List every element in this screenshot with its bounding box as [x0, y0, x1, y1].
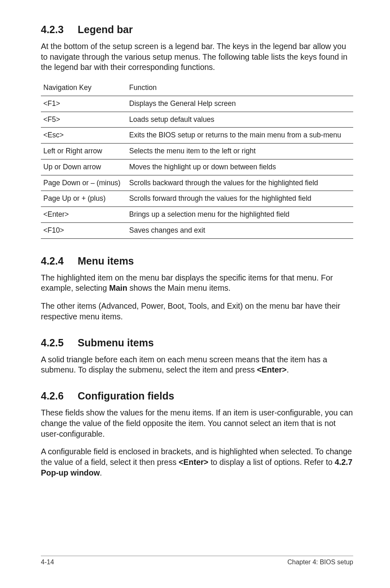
- heading-title: Menu items: [78, 255, 134, 267]
- cell-key: Page Up or + (plus): [41, 191, 127, 207]
- heading-title: Legend bar: [78, 24, 133, 36]
- cell-fn: Brings up a selection menu for the highl…: [127, 207, 353, 223]
- heading-4-2-3: 4.2.3 Legend bar: [41, 24, 353, 36]
- cell-fn: Scrolls forward through the values for t…: [127, 191, 353, 207]
- cell-fn: Exits the BIOS setup or returns to the m…: [127, 128, 353, 144]
- bold-enter: <Enter>: [179, 458, 208, 467]
- table-row: <F1>Displays the General Help screen: [41, 96, 353, 112]
- table-row: <Enter>Brings up a selection menu for th…: [41, 207, 353, 223]
- cell-fn: Displays the General Help screen: [127, 96, 353, 112]
- bold-main: Main: [109, 283, 127, 292]
- cell-fn: Saves changes and exit: [127, 222, 353, 238]
- cell-key: <Enter>: [41, 207, 127, 223]
- cell-key: Left or Right arrow: [41, 144, 127, 159]
- table-row: Left or Right arrowSelects the menu item…: [41, 144, 353, 159]
- menu-items-p1: The highlighted item on the menu bar dis…: [41, 273, 353, 294]
- heading-number: 4.2.5: [41, 337, 78, 349]
- col-header-key: Navigation Key: [41, 80, 127, 96]
- table-header-row: Navigation Key Function: [41, 80, 353, 96]
- cell-fn: Moves the highlight up or down between f…: [127, 159, 353, 175]
- cell-key: <F10>: [41, 222, 127, 238]
- table-row: <F10>Saves changes and exit: [41, 222, 353, 238]
- cell-key: <F5>: [41, 112, 127, 128]
- legend-bar-table: Navigation Key Function <F1>Displays the…: [41, 80, 353, 239]
- cell-key: Up or Down arrow: [41, 159, 127, 175]
- page-number: 4-14: [41, 559, 54, 566]
- table-row: Page Down or – (minus)Scrolls backward t…: [41, 175, 353, 191]
- heading-4-2-5: 4.2.5 Submenu items: [41, 337, 353, 349]
- chapter-label: Chapter 4: BIOS setup: [287, 559, 353, 566]
- cell-fn: Selects the menu item to the left or rig…: [127, 144, 353, 159]
- section-menu-items: 4.2.4 Menu items The highlighted item on…: [41, 255, 353, 322]
- heading-number: 4.2.3: [41, 24, 78, 36]
- cell-key: Page Down or – (minus): [41, 175, 127, 191]
- submenu-p1: A solid triangle before each item on eac…: [41, 355, 353, 375]
- heading-4-2-4: 4.2.4 Menu items: [41, 255, 353, 267]
- page-footer: 4-14 Chapter 4: BIOS setup: [41, 556, 353, 566]
- cell-fn: Loads setup default values: [127, 112, 353, 128]
- legend-bar-intro: At the bottom of the setup screen is a l…: [41, 41, 353, 73]
- section-config-fields: 4.2.6 Configuration fields These fields …: [41, 390, 353, 478]
- config-p2: A configurable field is enclosed in brac…: [41, 447, 353, 478]
- cell-key: <Esc>: [41, 128, 127, 144]
- cell-fn: Scrolls backward through the values for …: [127, 175, 353, 191]
- section-legend-bar: 4.2.3 Legend bar At the bottom of the se…: [41, 24, 353, 239]
- bold-enter: <Enter>: [257, 365, 287, 374]
- cell-key: <F1>: [41, 96, 127, 112]
- heading-title: Configuration fields: [78, 390, 174, 402]
- config-p1: These fields show the values for the men…: [41, 408, 353, 439]
- section-submenu-items: 4.2.5 Submenu items A solid triangle bef…: [41, 337, 353, 375]
- heading-number: 4.2.6: [41, 390, 78, 402]
- table-row: Page Up or + (plus)Scrolls forward throu…: [41, 191, 353, 207]
- col-header-function: Function: [127, 80, 353, 96]
- heading-4-2-6: 4.2.6 Configuration fields: [41, 390, 353, 402]
- heading-title: Submenu items: [78, 337, 154, 349]
- table-row: Up or Down arrowMoves the highlight up o…: [41, 159, 353, 175]
- table-row: <F5>Loads setup default values: [41, 112, 353, 128]
- heading-number: 4.2.4: [41, 255, 78, 267]
- menu-items-p2: The other items (Advanced, Power, Boot, …: [41, 301, 353, 322]
- table-row: <Esc>Exits the BIOS setup or returns to …: [41, 128, 353, 144]
